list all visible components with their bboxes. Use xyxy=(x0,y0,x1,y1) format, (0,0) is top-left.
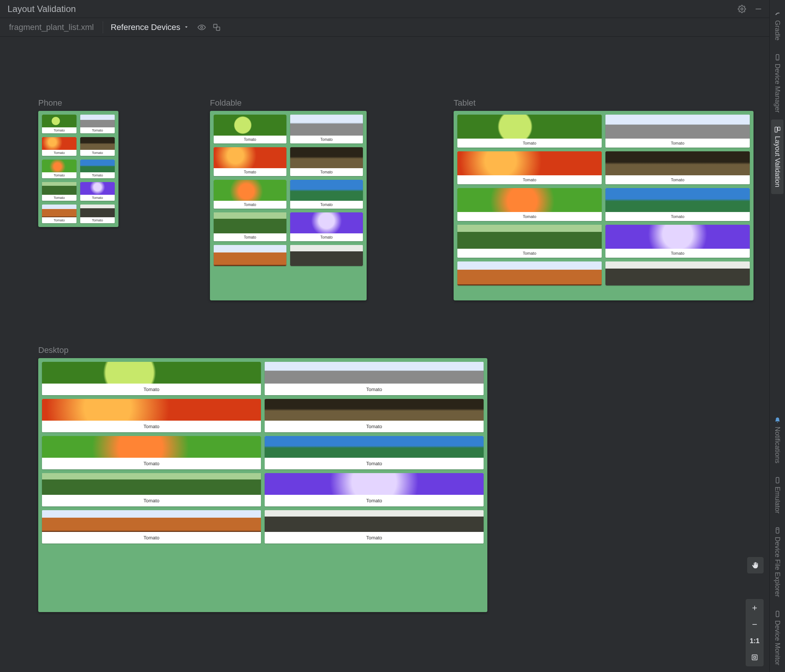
list-item[interactable]: Tomato xyxy=(42,137,77,156)
rail-gradle[interactable]: Gradle xyxy=(771,4,783,47)
list-item[interactable]: Tomato xyxy=(457,225,602,258)
minimize-icon[interactable] xyxy=(754,4,763,14)
zoom-1to1-button[interactable]: 1:1 xyxy=(748,634,762,648)
pan-hand-icon[interactable] xyxy=(749,558,762,572)
list-item[interactable]: Tomato xyxy=(605,262,750,285)
item-label: Tomato xyxy=(214,233,286,241)
monitor-icon xyxy=(774,611,781,617)
device-frame-desktop[interactable]: TomatoTomatoTomatoTomatoTomatoTomatoToma… xyxy=(38,358,487,612)
rail-notifications[interactable]: Notifications xyxy=(771,410,783,470)
thumbnail xyxy=(214,180,286,201)
item-label: Tomato xyxy=(265,458,483,469)
list-item[interactable]: Tomato xyxy=(80,204,115,223)
list-item[interactable]: Tomato xyxy=(605,225,750,258)
list-item[interactable]: Tomato xyxy=(214,115,286,143)
list-item[interactable]: Tomato xyxy=(42,204,77,223)
rail-layout-validation[interactable]: Layout Validation xyxy=(771,120,783,194)
list-item[interactable]: Tomato xyxy=(42,510,261,544)
list-item[interactable]: Tomato xyxy=(42,473,261,507)
rail-device-monitor[interactable]: Device Monitor xyxy=(771,604,783,672)
list-item[interactable]: Tomato xyxy=(42,436,261,469)
thumbnail xyxy=(605,151,750,175)
item-label: Tomato xyxy=(265,421,483,432)
device-label: Tablet xyxy=(453,98,754,108)
list-item[interactable]: Tomato xyxy=(605,115,750,148)
layout-validation-icon xyxy=(774,126,781,133)
preview-canvas[interactable]: Phone TomatoTomatoTomatoTomatoTomatoToma… xyxy=(0,37,769,672)
item-label: Tomato xyxy=(457,175,602,184)
thumbnail xyxy=(80,115,115,127)
list-item[interactable]: Tomato xyxy=(457,262,602,285)
list-item[interactable]: Tomato xyxy=(457,151,602,184)
item-label: Tomato xyxy=(214,168,286,176)
item-label: Tomato xyxy=(605,249,750,258)
visibility-icon[interactable] xyxy=(197,22,206,32)
compose-preview-icon[interactable] xyxy=(212,22,222,32)
zoom-fit-button[interactable] xyxy=(748,651,762,664)
list-item[interactable]: Tomato xyxy=(42,399,261,432)
list-item[interactable]: Tomato xyxy=(605,188,750,221)
list-item[interactable]: Tomato xyxy=(265,436,483,469)
thumbnail xyxy=(214,147,286,168)
list-item[interactable]: Tomato xyxy=(80,115,115,133)
device-frame-foldable[interactable]: TomatoTomatoTomatoTomatoTomatoTomatoToma… xyxy=(210,111,367,301)
item-label: Tomato xyxy=(42,172,77,178)
reference-devices-dropdown[interactable]: Reference Devices xyxy=(108,21,192,34)
list-item[interactable]: Tomato xyxy=(42,182,77,201)
list-item[interactable]: Tomato xyxy=(80,182,115,201)
thumbnail xyxy=(265,510,483,532)
list-item[interactable]: Tomato xyxy=(265,473,483,507)
list-item[interactable]: Tomato xyxy=(80,137,115,156)
list-item[interactable]: Tomato xyxy=(214,212,286,241)
list-item[interactable]: Tomato xyxy=(457,188,602,221)
thumbnail xyxy=(457,225,602,249)
list-item[interactable]: Tomato xyxy=(42,362,261,395)
list-item[interactable]: Tomato xyxy=(80,159,115,178)
zoom-controls: 1:1 xyxy=(745,599,764,667)
thumbnail xyxy=(605,262,750,285)
emulator-icon xyxy=(774,477,781,483)
list-item[interactable]: Tomato xyxy=(290,245,363,266)
item-label: Tomato xyxy=(42,217,77,223)
thumbnail xyxy=(457,262,602,285)
list-item[interactable]: Tomato xyxy=(290,147,363,176)
rail-emulator[interactable]: Emulator xyxy=(771,470,783,520)
item-label: Tomato xyxy=(290,233,363,241)
list-item[interactable]: Tomato xyxy=(265,362,483,395)
thumbnail xyxy=(42,473,261,495)
list-item[interactable]: Tomato xyxy=(290,180,363,209)
list-item[interactable]: Tomato xyxy=(265,399,483,432)
rail-device-manager[interactable]: Device Manager xyxy=(771,47,783,120)
file-explorer-icon xyxy=(774,527,781,534)
device-frame-phone[interactable]: TomatoTomatoTomatoTomatoTomatoTomatoToma… xyxy=(38,111,119,227)
list-item[interactable]: Tomato xyxy=(42,159,77,178)
item-label: Tomato xyxy=(265,532,483,544)
list-item[interactable]: Tomato xyxy=(457,115,602,148)
device-label: Foldable xyxy=(210,98,367,108)
list-item[interactable]: Tomato xyxy=(290,212,363,241)
item-label: Tomato xyxy=(457,249,602,258)
rail-label: Emulator xyxy=(773,486,781,513)
list-item[interactable]: Tomato xyxy=(605,151,750,184)
list-item[interactable]: Tomato xyxy=(42,115,77,133)
thumbnail xyxy=(265,362,483,384)
gear-icon[interactable] xyxy=(737,4,747,14)
list-item[interactable]: Tomato xyxy=(214,245,286,266)
file-tab[interactable]: fragment_plant_list.xml xyxy=(5,20,97,34)
device-frame-tablet[interactable]: TomatoTomatoTomatoTomatoTomatoTomatoToma… xyxy=(453,111,754,301)
rail-device-file-explorer[interactable]: Device File Explorer xyxy=(771,520,783,604)
pan-tool[interactable] xyxy=(747,557,764,574)
list-item[interactable]: Tomato xyxy=(214,147,286,176)
svg-rect-12 xyxy=(775,127,777,132)
list-item[interactable]: Tomato xyxy=(290,115,363,143)
thumbnail xyxy=(42,399,261,421)
thumbnail xyxy=(605,188,750,212)
zoom-out-button[interactable] xyxy=(748,618,762,631)
zoom-in-button[interactable] xyxy=(748,601,762,615)
svg-rect-17 xyxy=(776,611,779,617)
rail-label: Notifications xyxy=(773,427,781,463)
item-label: Tomato xyxy=(290,201,363,209)
list-item[interactable]: Tomato xyxy=(214,180,286,209)
rail-label: Gradle xyxy=(773,20,781,41)
list-item[interactable]: Tomato xyxy=(265,510,483,544)
